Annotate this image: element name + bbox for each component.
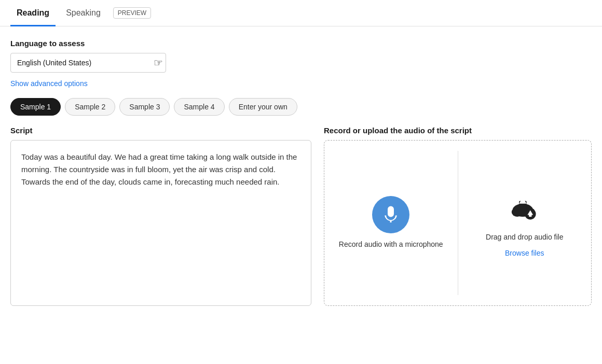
- cloud-upload-icon: [506, 189, 543, 226]
- script-column: Script Today was a beautiful day. We had…: [10, 126, 311, 306]
- drag-drop-text: Drag and drop audio file: [486, 232, 563, 243]
- upload-audio-option[interactable]: Drag and drop audio file Browse files: [458, 173, 592, 273]
- browse-files-link[interactable]: Browse files: [505, 249, 544, 257]
- language-select-wrapper: English (United States) English (United …: [10, 53, 166, 73]
- script-text-box: Today was a beautiful day. We had a grea…: [10, 140, 311, 306]
- tab-reading[interactable]: Reading: [10, 0, 56, 26]
- sample-btn-enter-own[interactable]: Enter your own: [229, 98, 297, 116]
- sample-btn-4[interactable]: Sample 4: [174, 98, 224, 116]
- two-col-layout: Script Today was a beautiful day. We had…: [10, 126, 592, 306]
- sample-btn-3[interactable]: Sample 3: [119, 98, 170, 116]
- record-audio-option[interactable]: Record audio with a microphone: [324, 180, 458, 265]
- svg-marker-4: [519, 197, 526, 204]
- sample-btn-2[interactable]: Sample 2: [65, 98, 115, 116]
- tab-preview-badge[interactable]: PREVIEW: [113, 7, 151, 19]
- language-label: Language to assess: [10, 39, 592, 48]
- language-select[interactable]: English (United States) English (United …: [10, 53, 166, 73]
- svg-rect-7: [529, 215, 531, 217]
- main-content: Language to assess English (United State…: [0, 26, 602, 316]
- script-label: Script: [10, 126, 311, 135]
- sample-buttons-group: Sample 1 Sample 2 Sample 3 Sample 4 Ente…: [10, 98, 592, 116]
- advanced-options-link[interactable]: Show advanced options: [10, 79, 88, 88]
- record-upload-label: Record or upload the audio of the script: [324, 126, 592, 135]
- tabs-container: Reading Speaking PREVIEW: [0, 0, 602, 26]
- tab-speaking[interactable]: Speaking: [60, 0, 107, 26]
- record-audio-text: Record audio with a microphone: [339, 240, 443, 250]
- microphone-icon: [372, 196, 409, 233]
- sample-btn-1[interactable]: Sample 1: [10, 98, 61, 116]
- record-upload-box: Record audio with a microphone: [324, 140, 592, 306]
- record-upload-column: Record or upload the audio of the script…: [324, 126, 592, 306]
